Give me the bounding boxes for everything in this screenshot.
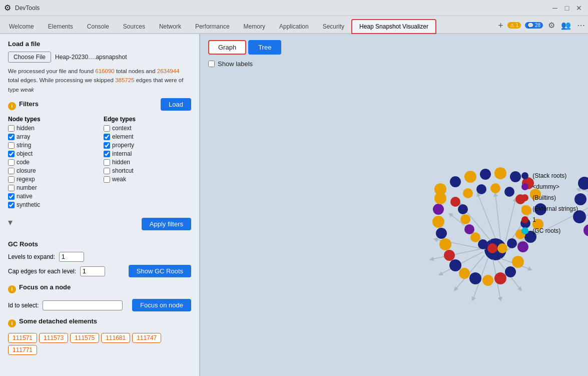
- filter-element: element: [104, 133, 191, 140]
- detached-header: i Some detached elements: [8, 317, 191, 329]
- chip-111575[interactable]: 111575: [70, 333, 99, 343]
- tab-heap-snapshot[interactable]: Heap Snapshot Visualizer: [351, 19, 436, 34]
- settings-icon[interactable]: ⚙: [547, 20, 556, 31]
- focus-on-node-button[interactable]: Focus on node: [132, 299, 191, 311]
- gc-roots-title: GC Roots: [8, 240, 191, 248]
- more-options-icon[interactable]: ⋯: [576, 20, 586, 31]
- svg-point-65: [497, 243, 507, 253]
- svg-point-66: [487, 243, 497, 253]
- legend-dot-external-strings: [521, 205, 528, 212]
- focus-node-title: Focus on a node: [19, 283, 71, 291]
- legend-label-stack-roots: (Stack roots): [532, 172, 566, 179]
- filters-title: Filters: [19, 100, 39, 108]
- filters-header: i Filters: [8, 100, 161, 112]
- chip-111771[interactable]: 111771: [8, 345, 37, 355]
- svg-point-33: [480, 169, 491, 180]
- filters-section: i Filters Node types hidden array string…: [8, 100, 191, 230]
- filter-code-checkbox[interactable]: [8, 159, 15, 166]
- filter-shortcut: shortcut: [104, 167, 191, 174]
- filter-regexp-checkbox[interactable]: [8, 176, 15, 183]
- tab-security[interactable]: Security: [316, 20, 351, 33]
- filter-hidden-checkbox[interactable]: [8, 125, 15, 132]
- id-select-input[interactable]: [43, 300, 123, 310]
- filter-object-checkbox[interactable]: [8, 151, 15, 157]
- edge-types-col: Edge types context element property inte…: [104, 116, 191, 210]
- filter-array-checkbox[interactable]: [8, 134, 15, 140]
- detached-title: Some detached elements: [19, 317, 97, 325]
- legend-stack-roots: (Stack roots): [521, 172, 578, 179]
- legend-dot-builtins: [521, 194, 528, 201]
- chip-111747[interactable]: 111747: [132, 333, 161, 343]
- detached-info-icon: i: [8, 319, 16, 327]
- filter-context: context: [104, 125, 191, 132]
- filter-native-checkbox[interactable]: [8, 193, 15, 200]
- filter-columns: Node types hidden array string object co…: [8, 116, 191, 210]
- svg-point-54: [434, 192, 446, 204]
- graph-legend: (Stack roots) <dummy> (Builtins) (Extern…: [521, 172, 578, 238]
- detached-chips: 111571 111573 111575 111681 111747 11177…: [8, 333, 191, 355]
- chip-111573[interactable]: 111573: [39, 333, 68, 343]
- filter-shortcut-checkbox[interactable]: [104, 168, 110, 174]
- apply-filters-button[interactable]: Apply filters: [142, 218, 191, 230]
- legend-builtins: (Builtins): [521, 194, 578, 201]
- graph-tab-button[interactable]: Graph: [208, 40, 246, 55]
- filter-property-checkbox[interactable]: [104, 142, 110, 149]
- close-button[interactable]: ✕: [574, 3, 584, 13]
- legend-dummy: <dummy>: [521, 183, 578, 190]
- svg-point-43: [505, 266, 516, 277]
- tab-sources[interactable]: Sources: [116, 20, 152, 33]
- svg-point-68: [470, 232, 480, 242]
- legend-label-external-strings: (External strings): [532, 205, 578, 212]
- tab-console[interactable]: Console: [80, 20, 116, 33]
- filter-weak-checkbox[interactable]: [104, 176, 110, 183]
- file-name-display: Heap-20230….apsnapshot: [55, 54, 127, 61]
- filter-element-checkbox[interactable]: [104, 134, 110, 140]
- tab-memory[interactable]: Memory: [237, 20, 272, 33]
- svg-point-59: [504, 187, 514, 197]
- share-icon[interactable]: 👥: [560, 20, 572, 31]
- svg-point-44: [494, 272, 506, 284]
- load-button[interactable]: Load: [161, 98, 191, 111]
- svg-point-70: [460, 214, 470, 224]
- svg-point-56: [463, 188, 473, 198]
- chip-111571[interactable]: 111571: [8, 333, 37, 343]
- filter-closure-checkbox[interactable]: [8, 168, 15, 174]
- chip-111681[interactable]: 111681: [101, 333, 130, 343]
- tab-elements[interactable]: Elements: [41, 20, 80, 33]
- levels-row: Levels to expand:: [8, 252, 191, 262]
- cap-input[interactable]: [80, 266, 105, 276]
- add-tab-button[interactable]: +: [498, 21, 503, 30]
- svg-point-58: [490, 183, 500, 193]
- tab-network[interactable]: Network: [152, 20, 188, 33]
- file-section-title: Load a file: [8, 40, 191, 48]
- show-labels-checkbox[interactable]: [208, 61, 215, 67]
- focus-node-header: i Focus on a node: [8, 283, 191, 295]
- filter-native: native: [8, 193, 96, 200]
- svg-point-64: [507, 238, 517, 248]
- tab-performance[interactable]: Performance: [188, 20, 237, 33]
- tab-welcome[interactable]: Welcome: [2, 20, 41, 33]
- filter-context-checkbox[interactable]: [104, 125, 110, 132]
- filter-closure: closure: [8, 167, 96, 174]
- filters-info-icon: i: [8, 102, 16, 110]
- tab-bar: Welcome Elements Console Sources Network…: [0, 16, 588, 34]
- tree-tab-button[interactable]: Tree: [248, 40, 281, 55]
- maximize-button[interactable]: □: [562, 3, 572, 13]
- svg-point-48: [449, 259, 461, 271]
- svg-point-57: [476, 184, 486, 194]
- svg-point-34: [494, 167, 506, 179]
- tab-application[interactable]: Application: [272, 20, 316, 33]
- svg-point-53: [433, 204, 444, 215]
- filter-number-checkbox[interactable]: [8, 185, 15, 191]
- filter-synthetic-checkbox[interactable]: [8, 202, 15, 208]
- filter-string-checkbox[interactable]: [8, 142, 15, 149]
- filter-array: array: [8, 133, 96, 140]
- filter-internal-checkbox[interactable]: [104, 151, 110, 157]
- filter-hidden-edge-checkbox[interactable]: [104, 159, 110, 166]
- choose-file-button[interactable]: Choose File: [8, 52, 51, 63]
- file-row: Choose File Heap-20230….apsnapshot: [8, 52, 191, 63]
- show-gc-roots-button[interactable]: Show GC Roots: [129, 265, 191, 277]
- levels-input[interactable]: [59, 252, 84, 262]
- minimize-button[interactable]: ─: [550, 3, 560, 13]
- legend-gc-roots: (GC roots): [521, 227, 578, 234]
